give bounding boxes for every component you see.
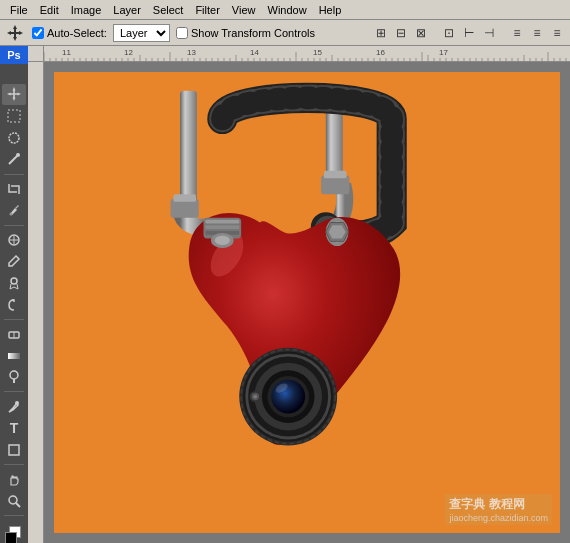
svg-point-14 [10, 371, 18, 379]
svg-point-10 [11, 278, 17, 284]
separator-6 [4, 515, 24, 516]
ruler-top: 11 12 13 14 15 16 17 // drawn via inline… [44, 46, 570, 62]
distribute-center-icon[interactable]: ⊢ [460, 24, 478, 42]
tool-zoom[interactable] [2, 491, 26, 512]
svg-point-6 [10, 213, 13, 216]
canvas-wrapper[interactable]: 查字典 教程网 jiaocheng.chazidian.com [44, 62, 570, 543]
toolbar: T [0, 46, 28, 543]
options-bar: Auto-Select: Layer Group Show Transform … [0, 20, 570, 46]
ps-button[interactable]: Ps [0, 46, 28, 64]
tool-crop[interactable] [2, 178, 26, 199]
svg-point-137 [253, 395, 257, 399]
watermark-url: jiaocheng.chazidian.com [449, 513, 548, 523]
move-tool-icon [4, 22, 26, 44]
watermark-main: 查字典 教程网 [449, 496, 548, 513]
svg-point-5 [16, 153, 20, 157]
separator-2 [4, 225, 24, 226]
tool-history-brush[interactable] [2, 294, 26, 315]
menu-help[interactable]: Help [313, 2, 348, 18]
camera-lens [239, 348, 337, 446]
tool-text[interactable]: T [2, 418, 26, 439]
ruler-left [28, 62, 44, 543]
tool-dodge[interactable] [2, 367, 26, 388]
svg-point-16 [15, 401, 19, 405]
tool-lasso[interactable] [2, 127, 26, 148]
menu-file[interactable]: File [4, 2, 34, 18]
extra-icon2[interactable]: ≡ [528, 24, 546, 42]
heart-artwork [54, 72, 560, 533]
tool-magic-wand[interactable] [2, 149, 26, 170]
tool-shape[interactable] [2, 440, 26, 461]
tool-clone-stamp[interactable] [2, 273, 26, 294]
layer-dropdown[interactable]: Layer Group [113, 24, 170, 42]
canvas: 查字典 教程网 jiaocheng.chazidian.com [54, 72, 560, 533]
tool-healing-brush[interactable] [2, 229, 26, 250]
svg-rect-2 [8, 110, 20, 122]
svg-rect-117 [324, 171, 347, 179]
menu-window[interactable]: Window [262, 2, 313, 18]
menu-image[interactable]: Image [65, 2, 108, 18]
svg-marker-0 [7, 25, 23, 41]
svg-rect-111 [180, 91, 197, 204]
svg-rect-113 [173, 194, 196, 202]
tool-eraser[interactable] [2, 324, 26, 345]
tool-marquee-rect[interactable] [2, 106, 26, 127]
auto-select-label: Auto-Select: [47, 27, 107, 39]
extra-icon1[interactable]: ≡ [508, 24, 526, 42]
menu-layer[interactable]: Layer [107, 2, 147, 18]
ruler-ticks: // drawn via inline script below [44, 46, 570, 62]
svg-rect-122 [205, 220, 239, 224]
separator-4 [4, 391, 24, 392]
menu-select[interactable]: Select [147, 2, 190, 18]
canvas-area: 11 12 13 14 15 16 17 // drawn via inline… [28, 46, 570, 543]
tool-move[interactable] [2, 84, 26, 105]
menu-view[interactable]: View [226, 2, 262, 18]
distribute-right-icon[interactable]: ⊣ [480, 24, 498, 42]
tool-brush[interactable] [2, 251, 26, 272]
transform-label: Show Transform Controls [191, 27, 315, 39]
tool-pen[interactable] [2, 396, 26, 417]
align-icons-group: ⊞ ⊟ ⊠ ⊡ ⊢ ⊣ ≡ ≡ ≡ [372, 24, 566, 42]
svg-rect-116 [321, 175, 349, 194]
separator-1 [4, 174, 24, 175]
ruler-corner [28, 46, 44, 62]
svg-point-133 [271, 380, 305, 414]
menu-bar: File Edit Image Layer Select Filter View… [0, 0, 570, 20]
transform-checkbox[interactable] [176, 27, 188, 39]
right-connector [326, 218, 349, 246]
svg-rect-13 [8, 353, 20, 359]
extra-icon3[interactable]: ≡ [548, 24, 566, 42]
svg-point-18 [9, 496, 17, 504]
svg-marker-1 [7, 87, 21, 101]
menu-edit[interactable]: Edit [34, 2, 65, 18]
watermark: 查字典 教程网 jiaocheng.chazidian.com [445, 494, 552, 525]
separator-5 [4, 464, 24, 465]
transform-group: Show Transform Controls [176, 27, 315, 39]
tool-gradient[interactable] [2, 345, 26, 366]
svg-rect-123 [205, 225, 239, 229]
tool-eyedropper[interactable] [2, 200, 26, 221]
align-left-icon[interactable]: ⊞ [372, 24, 390, 42]
tool-hand[interactable] [2, 469, 26, 490]
align-right-icon[interactable]: ⊠ [412, 24, 430, 42]
color-swatch[interactable] [3, 524, 25, 543]
svg-point-126 [215, 236, 230, 245]
corrugated-hose [222, 98, 391, 236]
main-area: Ps [0, 46, 570, 543]
svg-line-19 [16, 503, 20, 507]
separator-3 [4, 319, 24, 320]
svg-rect-17 [9, 445, 19, 455]
svg-line-4 [9, 156, 17, 164]
svg-point-3 [9, 133, 19, 143]
auto-select-group: Auto-Select: [32, 27, 107, 39]
distribute-left-icon[interactable]: ⊡ [440, 24, 458, 42]
menu-filter[interactable]: Filter [189, 2, 225, 18]
auto-select-checkbox[interactable] [32, 27, 44, 39]
align-center-icon[interactable]: ⊟ [392, 24, 410, 42]
